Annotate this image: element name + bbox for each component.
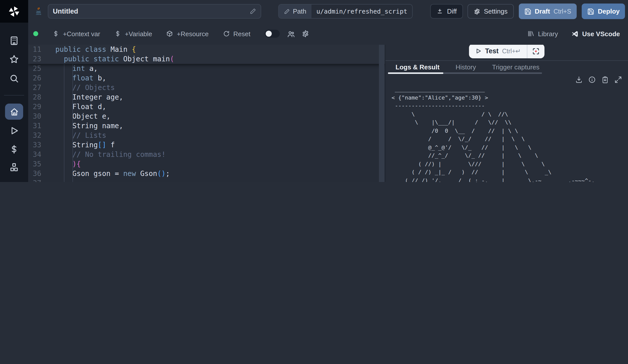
gear-icon [301,30,309,38]
result-actions [575,76,622,83]
test-shortcut: Ctrl+↵ [502,47,521,55]
resources-icon[interactable] [9,162,19,172]
code-lines[interactable]: 25 int a,26 float b,27 // Objects28 Inte… [28,64,385,182]
library-icon [527,30,534,37]
code-line-35[interactable]: 35 ){ [28,159,385,169]
status-dot [33,31,38,36]
code-line-30[interactable]: 30 Object e, [28,112,385,121]
save-icon [587,8,594,15]
topbar: Untitled Path u/admin/refreshed_script D… [28,0,628,23]
use-vscode-button[interactable]: Use VScode [571,30,620,37]
edit-path-pencil-icon [284,8,290,14]
assistant-toggle[interactable] [264,30,280,38]
diff-icon [437,8,444,15]
tab-logs-result[interactable]: Logs & Result [385,63,448,71]
tabs-underline [443,72,542,74]
code-line-36[interactable]: 36 Gson gson = new Gson(); [28,169,385,178]
vscode-icon [571,30,579,37]
draft-shortcut: Ctrl+S [554,8,571,15]
library-button[interactable]: Library [527,30,558,37]
windmill-logo[interactable] [0,0,28,23]
windmill-script-editor: Untitled Path u/admin/refreshed_script D… [0,0,628,182]
dollar-icon [52,30,59,37]
add-context-var-button[interactable]: +Context var [52,30,100,37]
deploy-button[interactable]: Deploy [582,4,625,19]
sticky-scroll-lines: 11public class Main {23 public static Ob… [28,45,385,64]
code-line-32[interactable]: 32 // Lists [28,131,385,140]
sidebar-item-home-active[interactable] [5,104,23,120]
java-language-icon [34,7,43,16]
test-button-group[interactable]: Test Ctrl+↵ [469,45,544,58]
add-resource-button[interactable]: +Resource [166,30,209,37]
scan-record-icon [532,47,540,55]
sidebar [0,0,28,182]
users-icon [287,29,295,38]
path-value[interactable]: u/admin/refreshed_script [311,5,412,18]
tab-history[interactable]: History [448,63,484,71]
script-title: Untitled [53,8,78,15]
code-line-11[interactable]: 11public class Main { [28,45,385,54]
code-line-23[interactable]: 23 public static Object main( [28,54,385,64]
editor-toolbar: +Context var +Variable +Resource Reset L… [28,23,628,45]
expand-result-icon[interactable] [614,76,622,83]
code-line-37[interactable]: 37 [28,178,385,182]
code-line-31[interactable]: 31 String name, [28,121,385,131]
info-icon[interactable] [588,76,596,83]
reset-button[interactable]: Reset [223,30,250,37]
dollar-icon [114,30,121,37]
tab-trigger-captures[interactable]: Trigger captures [484,63,547,71]
code-line-34[interactable]: 34 // No trailing commas! [28,150,385,159]
code-line-25[interactable]: 25 int a, [28,64,385,73]
path-field[interactable]: Path u/admin/refreshed_script [278,4,413,19]
active-tab-underline [388,72,443,74]
edit-title-pencil-icon[interactable] [250,8,256,15]
code-line-29[interactable]: 29 Float d, [28,102,385,112]
result-panel: Test Ctrl+↵ Logs & Result History Trigge… [385,45,628,182]
variables-icon[interactable] [9,144,19,154]
gear-icon [473,8,480,15]
add-variable-button[interactable]: +Variable [114,30,152,37]
code-line-33[interactable]: 33 String[] f [28,140,385,150]
package-icon [166,30,173,37]
draft-button[interactable]: Draft Ctrl+S [519,4,577,19]
settings-button[interactable]: Settings [467,4,514,19]
copy-result-icon[interactable] [601,76,609,83]
cowsay-dragon-output: ___________________________ < {"name":"A… [391,85,628,182]
code-line-28[interactable]: 28 Integer age, [28,93,385,102]
play-icon [475,48,482,54]
favorites-icon[interactable] [9,54,19,64]
save-icon [524,8,531,15]
workspace-icon[interactable] [9,36,19,46]
reset-icon [223,30,230,37]
collaborators-button[interactable] [287,29,295,38]
path-label: Path [293,8,306,15]
script-title-input[interactable]: Untitled [48,4,261,19]
test-row: Test Ctrl+↵ [385,45,628,61]
test-button[interactable]: Test Ctrl+↵ [469,47,527,55]
diff-button[interactable]: Diff [430,4,463,19]
code-line-26[interactable]: 26 float b, [28,73,385,83]
search-icon[interactable] [9,73,19,83]
capture-run-button[interactable] [527,47,544,55]
code-editor[interactable]: 11public class Main {23 public static Ob… [28,45,385,182]
result-tabs: Logs & Result History Trigger captures [385,60,628,74]
download-result-icon[interactable] [575,76,583,83]
editor-vertical-scrollbar-thumb[interactable] [379,45,384,182]
indent-guide [72,62,73,182]
runs-icon[interactable] [9,126,19,136]
code-line-27[interactable]: 27 // Objects [28,83,385,93]
indent-guide [64,62,64,182]
editor-settings-button[interactable] [301,30,309,38]
sidebar-divider [4,95,24,96]
